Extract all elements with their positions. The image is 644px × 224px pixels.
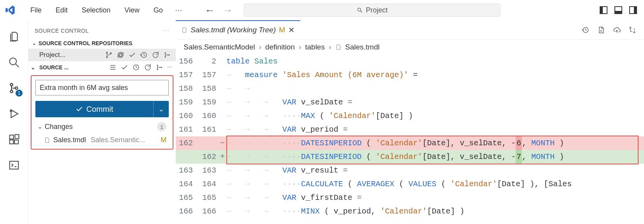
breadcrumb-item[interactable]: Sales.tmdl: [345, 43, 380, 51]
terminal-icon[interactable]: [7, 158, 21, 172]
menu-file[interactable]: File: [25, 4, 47, 17]
changes-label: Changes: [45, 123, 73, 131]
svg-rect-11: [15, 135, 19, 139]
chevron-down-icon: ⌄: [31, 64, 35, 71]
breadcrumb[interactable]: Sales.SemanticModel › definition › table…: [176, 40, 644, 55]
tab-label: Sales.tmdl (Working Tree): [191, 26, 276, 34]
chevron-down-icon: ⌄: [32, 41, 36, 46]
repos-section-header[interactable]: ⌄ SOURCE CONTROL REPOSITORIES: [28, 38, 176, 49]
menu-overflow-icon[interactable]: ···: [172, 6, 186, 14]
check-icon[interactable]: [121, 63, 128, 71]
repo-row[interactable]: Project...: [28, 49, 176, 61]
code-line[interactable]: 160160→ → → ····MAX ( 'Calendar'[Date] ): [176, 109, 644, 123]
changes-header[interactable]: ⌄ Changes 1: [35, 117, 169, 134]
svg-point-22: [157, 69, 158, 70]
timeline-icon[interactable]: [582, 26, 590, 34]
svg-point-0: [357, 8, 360, 11]
more-icon[interactable]: ···: [167, 63, 172, 71]
file-icon: [335, 44, 341, 50]
breadcrumb-item[interactable]: tables: [305, 43, 325, 51]
menu-view[interactable]: View: [119, 4, 145, 17]
app-logo-icon: [3, 3, 17, 17]
git-compare-icon[interactable]: [628, 26, 636, 34]
search-icon: [357, 7, 363, 13]
svg-point-23: [161, 67, 162, 68]
file-icon: [181, 27, 187, 33]
commit-dropdown-button[interactable]: ⌄: [153, 101, 169, 117]
code-line[interactable]: 1562table Sales: [176, 55, 644, 68]
check-icon: [75, 105, 83, 113]
cloud-upload-icon[interactable]: [613, 26, 621, 34]
refresh-icon[interactable]: [144, 63, 152, 71]
graph-icon[interactable]: [156, 63, 163, 71]
history-icon[interactable]: [140, 51, 148, 59]
svg-rect-9: [10, 140, 14, 144]
commit-area-highlight: Commit ⌄ ⌄ Changes 1 Sales.tmdl Sales.Se…: [31, 75, 173, 150]
run-debug-icon[interactable]: [7, 107, 21, 121]
layout-right-icon[interactable]: [629, 6, 637, 14]
layout-bottom-icon[interactable]: [614, 6, 622, 14]
code-line[interactable]: 157157→ measure 'Sales Amount (6M averag…: [176, 68, 644, 82]
svg-point-14: [106, 56, 107, 58]
svg-point-5: [10, 90, 13, 93]
close-icon[interactable]: ✕: [288, 25, 295, 35]
source-control-sidebar: SOURCE CONTROL ··· ⌄ SOURCE CONTROL REPO…: [28, 20, 176, 224]
changed-file-item[interactable]: Sales.tmdl Sales.Semantic... M: [35, 134, 169, 146]
source-control-icon[interactable]: 1: [7, 81, 21, 95]
code-line[interactable]: 159159→ → → VAR v_selDate =: [176, 95, 644, 109]
code-line[interactable]: 163163→ → → VAR v_result =: [176, 164, 644, 177]
search-activity-icon[interactable]: [7, 55, 21, 69]
activity-bar: 1: [0, 20, 28, 224]
code-line[interactable]: 166166→ → → ····MINX ( v_period, 'Calend…: [176, 205, 644, 218]
menu-edit[interactable]: Edit: [50, 4, 73, 17]
svg-line-3: [16, 64, 19, 67]
menubar: File Edit Selection View Go ··· ← → Proj…: [0, 0, 644, 20]
svg-rect-12: [10, 161, 19, 169]
branch-icon[interactable]: [105, 51, 113, 59]
open-file-icon[interactable]: [597, 26, 605, 34]
svg-line-1: [360, 11, 362, 12]
check-icon[interactable]: [128, 51, 136, 59]
sync-icon[interactable]: [117, 51, 124, 59]
menu-go[interactable]: Go: [148, 4, 168, 17]
repos-header-label: SOURCE CONTROL REPOSITORIES: [38, 40, 132, 46]
commit-button[interactable]: Commit: [35, 101, 153, 117]
chevron-right-icon: ›: [259, 43, 261, 51]
repo-label: Project...: [39, 51, 65, 59]
file-icon: [44, 137, 50, 143]
code-line[interactable]: 165165→ → → VAR v_firstDate =: [176, 191, 644, 205]
commit-button-label: Commit: [86, 105, 113, 114]
explorer-icon[interactable]: [7, 30, 21, 44]
extensions-icon[interactable]: [7, 132, 21, 146]
layout-left-icon[interactable]: [600, 6, 607, 14]
code-line[interactable]: 158158→ →: [176, 82, 644, 95]
graph-icon[interactable]: [163, 51, 171, 59]
sc-section-label: SOURCE ...: [39, 64, 68, 71]
code-line[interactable]: 161161→ → → VAR v_period =: [176, 123, 644, 136]
menu-selection[interactable]: Selection: [76, 4, 116, 17]
code-line[interactable]: 164164→ → → ····CALCULATE ( AVERAGEX ( V…: [176, 177, 644, 191]
tab-row: Sales.tmdl (Working Tree) M ✕: [176, 20, 644, 40]
sidebar-more-icon[interactable]: ···: [163, 26, 170, 35]
svg-point-26: [634, 32, 635, 33]
code-editor[interactable]: 1562table Sales157157→ measure 'Sales Am…: [176, 55, 644, 224]
nav-forward-icon[interactable]: →: [223, 4, 233, 16]
changed-file-label: Sales.tmdl: [53, 136, 86, 144]
tab-modified-indicator: M: [279, 26, 285, 34]
tab-sales-tmdl[interactable]: Sales.tmdl (Working Tree) M ✕: [176, 20, 300, 39]
breadcrumb-item[interactable]: Sales.SemanticModel: [184, 43, 255, 51]
tree-view-icon[interactable]: [109, 63, 117, 71]
commit-message-input[interactable]: [35, 80, 169, 95]
source-control-section-header[interactable]: ⌄ SOURCE ... ···: [28, 61, 176, 74]
history-icon[interactable]: [132, 63, 140, 71]
changed-file-status: M: [161, 136, 166, 144]
changed-file-hint: Sales.Semantic...: [91, 136, 145, 144]
svg-point-6: [15, 87, 18, 89]
refresh-icon[interactable]: [152, 51, 159, 59]
command-center[interactable]: Project: [244, 4, 500, 17]
breadcrumb-item[interactable]: definition: [265, 43, 295, 51]
svg-point-2: [10, 58, 17, 65]
svg-point-25: [630, 27, 631, 28]
chevron-down-icon: ⌄: [38, 123, 42, 130]
nav-back-icon[interactable]: ←: [205, 4, 215, 16]
